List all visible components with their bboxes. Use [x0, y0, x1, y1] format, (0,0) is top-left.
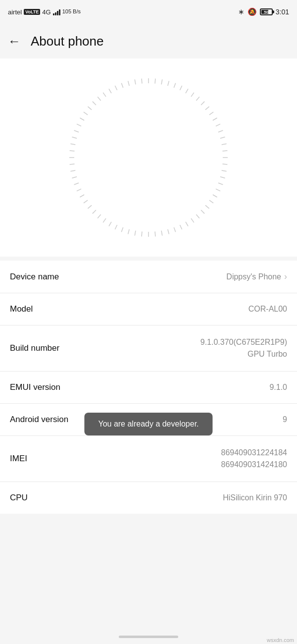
svg-line-23 — [216, 189, 220, 191]
svg-line-51 — [72, 177, 77, 178]
svg-line-13 — [216, 124, 220, 126]
model-row: Model COR-AL00 — [0, 293, 297, 325]
svg-line-71 — [142, 79, 142, 84]
svg-line-50 — [74, 183, 79, 184]
svg-line-67 — [115, 86, 117, 90]
svg-line-32 — [174, 227, 175, 232]
emui-circle: /* ticks generated below */ — [64, 73, 233, 242]
device-name-value: Dippsy's Phone › — [226, 271, 287, 282]
svg-line-55 — [70, 151, 75, 151]
svg-line-63 — [93, 102, 96, 105]
svg-line-26 — [205, 205, 209, 208]
cpu-label: CPU — [10, 493, 28, 503]
svg-line-21 — [220, 177, 225, 178]
svg-line-30 — [186, 222, 188, 226]
android-version-row[interactable]: Android version 9 You are already a deve… — [0, 404, 297, 436]
svg-line-29 — [191, 218, 194, 222]
imei-label: IMEI — [10, 454, 27, 464]
device-name-row[interactable]: Device name Dippsy's Phone › — [0, 261, 297, 293]
svg-line-48 — [80, 195, 84, 197]
device-name-label: Device name — [10, 272, 59, 282]
svg-line-44 — [98, 215, 100, 218]
svg-line-58 — [74, 130, 79, 132]
svg-line-34 — [161, 231, 162, 236]
svg-line-45 — [93, 210, 96, 214]
build-number-value: 9.1.0.370(C675E2R1P9)GPU Turbo — [200, 336, 287, 360]
svg-line-22 — [218, 183, 223, 184]
logo-section: /* ticks generated below */ — [0, 58, 297, 257]
back-button[interactable]: ← — [8, 35, 21, 48]
svg-line-27 — [201, 210, 204, 214]
svg-line-49 — [77, 189, 81, 191]
svg-line-35 — [155, 231, 155, 236]
svg-line-14 — [218, 130, 223, 132]
imei-value: 869409031224184869409031424180 — [221, 447, 287, 471]
model-value: COR-AL00 — [248, 305, 287, 314]
svg-line-8 — [196, 97, 199, 101]
svg-line-28 — [196, 215, 199, 218]
svg-line-56 — [70, 144, 75, 145]
developer-toast: You are already a developer. — [84, 413, 212, 435]
model-label: Model — [10, 304, 33, 314]
status-left: airtel VoLTE 4G 105 B/s — [8, 8, 81, 16]
bluetooth-icon: ∗ — [238, 7, 245, 16]
svg-line-20 — [222, 170, 227, 171]
svg-line-6 — [186, 89, 188, 93]
info-list: Device name Dippsy's Phone › Model COR-A… — [0, 261, 297, 514]
svg-line-62 — [88, 107, 92, 109]
svg-line-7 — [191, 93, 194, 97]
chevron-right-icon: › — [284, 271, 287, 282]
svg-line-66 — [109, 89, 111, 93]
svg-line-15 — [220, 137, 225, 139]
cpu-value: HiSilicon Kirin 970 — [223, 493, 287, 502]
emui-version-row: EMUI version 9.1.0 — [0, 372, 297, 404]
carrier-text: airtel — [8, 8, 22, 16]
network-type: 4G — [42, 8, 50, 16]
svg-line-10 — [205, 107, 209, 109]
volte-badge: VoLTE — [24, 9, 40, 15]
svg-line-2 — [161, 79, 162, 84]
watermark: wsxdn.com — [264, 636, 297, 644]
svg-line-64 — [98, 97, 100, 101]
svg-line-19 — [222, 164, 227, 164]
status-right: ∗ 🔕 50 3:01 — [238, 7, 289, 16]
svg-line-52 — [70, 170, 75, 171]
svg-line-42 — [109, 222, 111, 226]
svg-line-38 — [135, 231, 136, 236]
svg-line-31 — [180, 225, 182, 229]
build-number-label: Build number — [10, 343, 59, 353]
android-version-value: 9 — [283, 415, 287, 424]
svg-line-46 — [88, 205, 92, 208]
mute-icon: 🔕 — [248, 7, 257, 16]
svg-line-33 — [168, 229, 169, 234]
svg-line-9 — [201, 102, 204, 105]
svg-line-3 — [168, 81, 169, 86]
svg-line-53 — [70, 164, 75, 164]
svg-line-37 — [142, 231, 142, 236]
build-number-row[interactable]: Build number 9.1.0.370(C675E2R1P9)GPU Tu… — [0, 325, 297, 372]
svg-line-69 — [128, 81, 130, 86]
svg-line-1 — [155, 79, 155, 84]
svg-line-4 — [174, 83, 175, 88]
svg-line-24 — [213, 195, 217, 197]
emui-version-label: EMUI version — [10, 382, 60, 392]
svg-line-61 — [84, 112, 88, 115]
svg-line-43 — [103, 218, 106, 222]
svg-line-40 — [121, 227, 123, 232]
svg-line-68 — [121, 83, 123, 88]
time-text: 3:01 — [276, 8, 289, 16]
svg-line-17 — [222, 151, 227, 151]
svg-line-57 — [72, 137, 77, 139]
svg-line-39 — [128, 229, 130, 234]
home-indicator[interactable] — [119, 636, 178, 638]
imei-row: IMEI 869409031224184869409031424180 — [0, 436, 297, 482]
download-speed: 105 B/s — [62, 8, 81, 15]
battery-icon: 50 — [260, 8, 273, 15]
svg-line-16 — [222, 144, 227, 145]
svg-line-70 — [135, 79, 136, 84]
svg-line-25 — [209, 200, 213, 203]
svg-line-47 — [84, 200, 88, 203]
signal-bars-icon — [53, 8, 60, 15]
svg-line-11 — [209, 112, 213, 115]
page-title: About phone — [31, 34, 103, 49]
